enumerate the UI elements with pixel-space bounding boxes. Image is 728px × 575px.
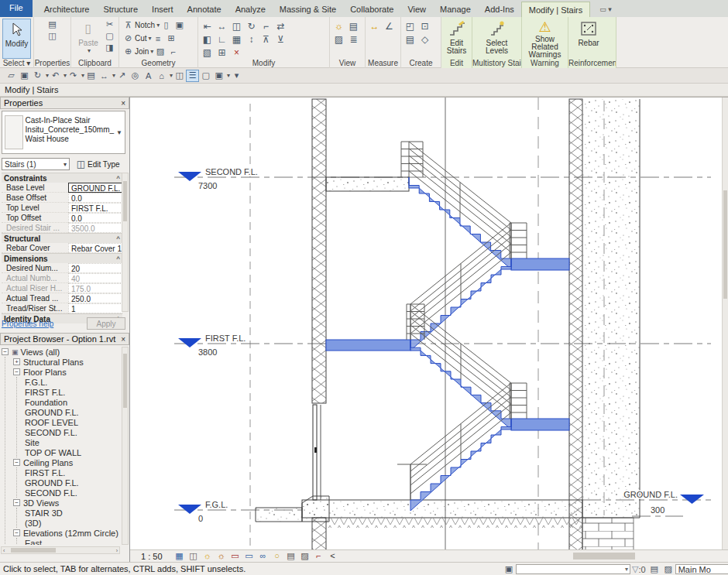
tab-view[interactable]: View — [400, 2, 433, 17]
tag-icon[interactable]: ◎ — [129, 70, 142, 82]
tree-item-roof-level[interactable]: ROOF LEVEL — [25, 417, 120, 427]
edit-type-button[interactable]: ◫ Edit Type — [74, 159, 120, 170]
property-value[interactable]: Rebar Cover 1 ... — [68, 243, 122, 253]
cutaway-icon[interactable]: ≣ — [347, 33, 360, 45]
tree-item-east[interactable]: East — [25, 538, 120, 545]
door-section[interactable] — [313, 405, 321, 500]
offset-icon[interactable]: ⇄ — [274, 20, 287, 32]
tree-item--3d-[interactable]: (3D) — [25, 518, 120, 528]
apply-button[interactable]: Apply — [87, 317, 125, 330]
collapse-icon[interactable]: ^ — [116, 255, 120, 262]
rotate-icon[interactable]: ↻ — [245, 20, 258, 32]
tab-collaborate[interactable]: Collaborate — [343, 2, 400, 17]
hide-icon[interactable]: ▨ — [332, 33, 345, 45]
trim-icon[interactable]: ⌐ — [259, 20, 273, 32]
redo-icon[interactable]: ↷ — [67, 70, 80, 82]
delete-icon[interactable]: × — [230, 46, 243, 58]
copy-icon[interactable]: ◫ — [230, 20, 243, 32]
canvas-hscrollbar[interactable] — [573, 553, 635, 560]
undo-icon[interactable]: ↶ — [49, 70, 62, 82]
copy-clip-icon[interactable]: ▢ — [103, 30, 116, 42]
properties-help-link[interactable]: Properties help — [2, 320, 53, 328]
align-icon[interactable]: ⇤ — [201, 20, 214, 32]
property-value[interactable]: 0.0 — [68, 213, 122, 223]
angle-icon[interactable]: ∠ — [383, 20, 396, 32]
stair-railings[interactable] — [397, 142, 527, 500]
browser-vscrollbar[interactable] — [122, 347, 129, 545]
worksets-combo[interactable]: ▾ — [516, 564, 630, 574]
property-value[interactable]: FIRST F.L. — [68, 203, 122, 213]
split-icon[interactable]: ∟ — [215, 33, 228, 45]
show-related-warnings-button[interactable]: ⚠ Show Related Warnings — [524, 19, 565, 59]
panel-properties-label[interactable]: Properties — [34, 59, 70, 68]
match-icon[interactable]: ▧ — [201, 46, 214, 58]
element-filter-combo[interactable]: Stairs (1)▾ — [2, 158, 70, 170]
save-icon[interactable]: ▣ — [18, 70, 31, 82]
tab-annotate[interactable]: Annotate — [180, 2, 228, 17]
tab-massing-site[interactable]: Massing & Site — [273, 2, 343, 17]
tree-item-structural-plans[interactable]: +Structural Plans — [13, 357, 120, 367]
cut-clip-icon[interactable]: ✂ — [103, 19, 116, 30]
section-dimensions[interactable]: Dimensions^ — [2, 253, 122, 263]
array-icon[interactable]: ▦ — [230, 33, 243, 45]
geometry-extra-icon[interactable]: ▣ — [173, 19, 186, 31]
reveal-hidden-icon[interactable]: ○ — [271, 550, 283, 561]
shadows-icon[interactable]: ☼ — [215, 550, 228, 561]
tree-item-first-f-l-[interactable]: FIRST F.L. — [25, 467, 120, 477]
collapse-icon[interactable]: − — [13, 368, 20, 375]
parts-icon[interactable]: ▤ — [403, 33, 417, 45]
panel-select-label[interactable]: Select ▾ — [0, 59, 33, 68]
move-icon[interactable]: ↔ — [215, 20, 228, 32]
properties-icon[interactable]: ▤ — [46, 19, 59, 30]
select-levels-button[interactable]: Select Levels — [475, 19, 519, 59]
group-icon[interactable]: ◰ — [403, 20, 417, 32]
tree-item-ground-f-l-[interactable]: GROUND F.L. — [25, 407, 120, 417]
tree-item-site[interactable]: Site — [25, 437, 120, 447]
visual-style-icon[interactable]: ◫ — [187, 551, 200, 562]
temporary-view-properties-icon[interactable]: ▤ — [285, 551, 297, 562]
collapse-icon[interactable]: − — [13, 529, 20, 536]
geometry-row-join[interactable]: ⊕Join▾▨⌐ — [122, 45, 186, 58]
mirror-icon[interactable]: ◧ — [201, 33, 214, 45]
sync-icon[interactable]: ↻ — [31, 70, 44, 82]
reveal-constraints-icon[interactable]: ⌐ — [313, 550, 325, 561]
crop-view-icon[interactable]: ▭ — [229, 551, 242, 562]
tree-item-second-f-l-[interactable]: SECOND F.L. — [25, 427, 120, 437]
analytical-model-icon[interactable]: ▨ — [299, 551, 311, 562]
tree-item-views-all-[interactable]: −▣Views (all) — [2, 347, 120, 357]
detail-level-icon[interactable]: ▦ — [173, 551, 186, 562]
walls[interactable] — [312, 99, 640, 550]
section-constraints[interactable]: Constraints^ — [2, 173, 122, 183]
level-marker-first[interactable]: FIRST F.L. 3800 — [178, 334, 246, 357]
property-value[interactable]: 0.0 — [68, 193, 122, 203]
pin-icon[interactable]: ⊼ — [259, 33, 273, 45]
properties-scrollbar[interactable] — [122, 173, 129, 312]
close-icon[interactable]: × — [121, 335, 125, 344]
section-icon[interactable]: ◫ — [173, 70, 186, 82]
wall-joins-icon[interactable]: ⊞ — [215, 46, 228, 58]
thin-lines-icon[interactable]: ☰ — [186, 70, 199, 82]
geometry-row-notch[interactable]: ⊼Notch▾▯▣ — [122, 19, 186, 32]
tab-modify-stairs-active[interactable]: Modify | Stairs — [521, 2, 591, 17]
properties-header[interactable]: Properties × — [0, 97, 129, 109]
section-structural[interactable]: Structural^ — [2, 233, 122, 243]
open-icon[interactable]: ▱ — [5, 70, 18, 82]
default-3d-view-icon[interactable]: ⌂ — [155, 70, 168, 82]
aligned-dimension-icon[interactable]: ↗ — [115, 70, 129, 82]
level-marker-fgl[interactable]: F.G.L. 0 — [178, 500, 228, 523]
close-icon[interactable]: × — [121, 99, 125, 108]
tab-add-ins[interactable]: Add-Ins — [478, 2, 521, 17]
chevron-down-icon[interactable]: ▼ — [114, 129, 125, 136]
tree-item-second-f-l-[interactable]: SECOND F.L. — [25, 488, 120, 498]
measure-qat-icon[interactable]: ↔ — [98, 70, 111, 82]
tree-item-top-of-wall[interactable]: TOP OF WALL — [25, 447, 120, 457]
matchtype-icon[interactable]: ◨ — [103, 42, 116, 53]
hide-isolate-icon[interactable]: ∞ — [257, 550, 270, 561]
collapse-icon[interactable]: ^ — [116, 175, 120, 182]
geometry-extra-icon[interactable]: ▯ — [160, 19, 173, 31]
tree-item-stair-3d[interactable]: STAIR 3D — [25, 508, 120, 518]
collapse-icon[interactable]: − — [13, 499, 20, 506]
property-value[interactable]: 3500.0 — [68, 223, 122, 233]
similar-icon[interactable]: ◇ — [418, 33, 431, 45]
tree-item-foundation[interactable]: Foundation — [25, 397, 120, 407]
